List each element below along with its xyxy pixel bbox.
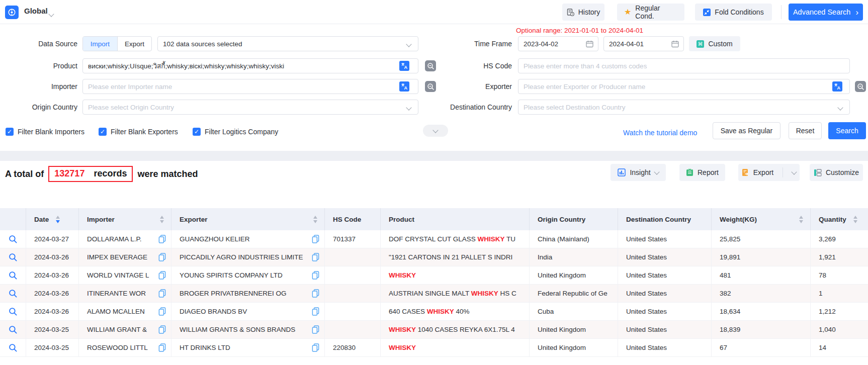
- cell-weight: 25,825: [712, 230, 811, 248]
- insight-button[interactable]: Insight: [611, 164, 666, 181]
- cell-exporter: YOUNG SPIRITS COMPANY LTD: [171, 266, 325, 284]
- destination-country-select[interactable]: Please select Destination Country: [518, 100, 850, 115]
- date-text: 2024-03-26: [34, 290, 73, 297]
- column-header-date[interactable]: Date: [26, 208, 79, 230]
- sort-carets-icon[interactable]: [853, 216, 857, 223]
- filter-blank-importers-checkbox[interactable]: ✓ Filter Blank Importers: [6, 128, 84, 136]
- table-row: 2024-03-26IMPEX BEVERAGEPICCADILY AGRO I…: [0, 248, 868, 266]
- row-detail-magnifier-icon[interactable]: [9, 271, 18, 280]
- sort-carets-icon[interactable]: [313, 216, 317, 223]
- row-detail-magnifier-icon[interactable]: [9, 235, 18, 244]
- fold-conditions-label: Fold Conditions: [715, 8, 763, 16]
- sort-carets-icon[interactable]: [56, 216, 60, 223]
- cell-icon: [0, 248, 26, 266]
- history-button[interactable]: History: [562, 4, 604, 21]
- copy-icon[interactable]: [312, 325, 319, 334]
- product-value: виски;whisky;Uísque;วิสกี้;whisky;віскі;…: [88, 60, 284, 71]
- data-sources-select[interactable]: 102 data sources selected: [157, 36, 418, 51]
- copy-icon[interactable]: [312, 307, 319, 316]
- import-tab[interactable]: Import: [83, 37, 117, 51]
- date-start-input[interactable]: 2023-04-02: [518, 36, 598, 51]
- product-text: DOF CRYSTAL CUT GLASS WHISKY TU: [389, 235, 524, 243]
- product-text: WHISKY 1040 CASES REYKA 6X1.75L 4: [389, 326, 524, 333]
- column-header-weight[interactable]: Weight(KG): [712, 208, 811, 230]
- importer-placeholder: Please enter Importer name: [88, 83, 172, 90]
- exporter-input[interactable]: Please enter Exporter or Producer name: [518, 79, 850, 94]
- cell-product: 640 CASES WHISKY 40%: [381, 303, 530, 320]
- customize-button[interactable]: Customize: [810, 164, 863, 181]
- column-header-exporter[interactable]: Exporter: [171, 208, 325, 230]
- chevron-down-icon: [406, 41, 411, 47]
- exporter-placeholder: Please enter Exporter or Producer name: [524, 83, 645, 90]
- record-count-highlight-box: 132717 records: [48, 166, 133, 182]
- origin-country-select[interactable]: Please select Origin Country: [82, 100, 418, 115]
- copy-icon[interactable]: [312, 343, 319, 352]
- origin-text: China (Mainland): [538, 235, 613, 243]
- row-detail-magnifier-icon[interactable]: [9, 253, 18, 262]
- row-detail-magnifier-icon[interactable]: [9, 343, 18, 352]
- copy-icon[interactable]: [158, 289, 166, 298]
- save-as-regular-button[interactable]: Save as Regular: [713, 122, 780, 139]
- cell-destination: United States: [618, 248, 712, 266]
- export-tab[interactable]: Export: [117, 37, 151, 51]
- chevron-down-icon[interactable]: [792, 169, 797, 174]
- translate-icon[interactable]: A: [832, 81, 842, 92]
- report-label: Report: [698, 168, 719, 176]
- exporter-text: PICCADILY AGRO INDUSTRIES LIMITE: [180, 253, 309, 261]
- copy-icon[interactable]: [312, 271, 319, 280]
- hs-code-input[interactable]: Please enter more than 4 customs codes: [518, 58, 850, 73]
- advanced-search-button[interactable]: Advanced Search ›: [789, 4, 863, 21]
- row-detail-magnifier-icon[interactable]: [9, 289, 18, 298]
- chevron-down-icon[interactable]: [49, 10, 53, 18]
- export-button[interactable]: Export: [738, 164, 800, 181]
- translate-icon[interactable]: A: [399, 81, 409, 92]
- filter-logistics-company-checkbox[interactable]: ✓ Filter Logitics Company: [193, 128, 278, 136]
- tutorial-demo-link[interactable]: Watch the tutorial demo: [623, 129, 697, 137]
- translate-icon[interactable]: A: [399, 61, 409, 71]
- row-detail-magnifier-icon[interactable]: [9, 307, 18, 316]
- regular-cond-button[interactable]: ★ Regular Cond.: [617, 4, 684, 21]
- product-input[interactable]: виски;whisky;Uísque;วิสกี้;whisky;віскі;…: [82, 58, 418, 73]
- weight-text: 18,634: [720, 308, 805, 315]
- date-end-input[interactable]: 2024-04-01: [603, 36, 684, 51]
- column-header-label: HS Code: [333, 216, 361, 223]
- copy-icon[interactable]: [158, 253, 166, 261]
- row-detail-magnifier-icon[interactable]: [9, 325, 18, 334]
- copy-icon[interactable]: [312, 289, 319, 298]
- report-button[interactable]: Report: [679, 164, 725, 181]
- cell-origin: China (Mainland): [530, 230, 618, 248]
- copy-icon[interactable]: [158, 307, 166, 316]
- destination-text: United States: [626, 344, 706, 351]
- column-header-label: Importer: [87, 216, 115, 223]
- collapse-conditions-button[interactable]: [423, 125, 448, 137]
- calendar-icon: [586, 40, 593, 48]
- column-header-quantity[interactable]: Quantity: [811, 208, 868, 230]
- filter-blank-exporters-checkbox[interactable]: ✓ Filter Blank Exporters: [99, 128, 178, 136]
- sort-carets-icon[interactable]: [160, 216, 164, 223]
- reset-button[interactable]: Reset: [789, 122, 822, 139]
- quantity-text: 3,269: [819, 235, 863, 243]
- copy-icon[interactable]: [312, 253, 319, 261]
- fuzzy-search-icon[interactable]: [855, 81, 866, 92]
- sort-carets-icon[interactable]: [799, 216, 803, 223]
- cell-date: 2024-03-26: [26, 303, 79, 320]
- product-text: 640 CASES WHISKY 40%: [389, 308, 524, 315]
- fold-conditions-button[interactable]: Fold Conditions: [695, 4, 772, 21]
- copy-icon[interactable]: [158, 235, 166, 243]
- date-end-value: 2024-04-01: [609, 40, 644, 48]
- importer-input[interactable]: Please enter Importer name: [82, 79, 418, 94]
- copy-icon[interactable]: [158, 325, 166, 334]
- exporter-text: BROGER PRIVATBRENNEREI OG: [180, 290, 309, 297]
- section-divider: [0, 151, 868, 161]
- date-text: 2024-03-26: [34, 308, 73, 315]
- search-button[interactable]: Search: [828, 122, 866, 139]
- destination-placeholder: Please select Destination Country: [524, 104, 626, 111]
- destination-text: United States: [626, 235, 706, 243]
- column-header-importer[interactable]: Importer: [79, 208, 171, 230]
- quantity-text: 1: [819, 290, 863, 297]
- copy-icon[interactable]: [158, 271, 166, 280]
- copy-icon[interactable]: [158, 343, 166, 352]
- copy-icon[interactable]: [312, 235, 319, 243]
- custom-range-button[interactable]: ⌘ Custom: [689, 36, 740, 51]
- region-selector-label[interactable]: Global: [24, 7, 48, 15]
